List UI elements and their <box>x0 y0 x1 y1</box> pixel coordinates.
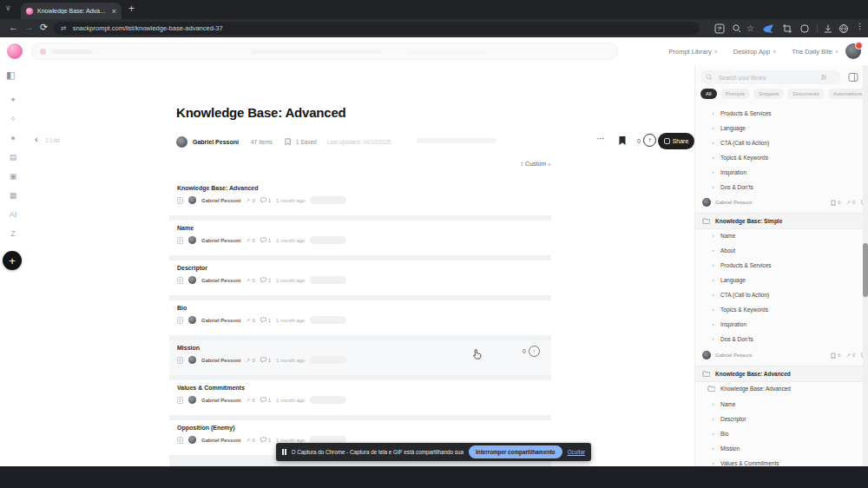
library-search[interactable] <box>700 70 841 84</box>
owner-avatar[interactable] <box>702 198 711 207</box>
profile-globe-icon[interactable] <box>838 23 849 34</box>
download-icon[interactable] <box>823 23 833 34</box>
prompt-type-icon <box>177 397 183 404</box>
share-button[interactable]: Share <box>658 133 694 149</box>
bookmark-icon[interactable] <box>618 135 627 146</box>
reload-icon[interactable]: ⟳ <box>40 22 48 33</box>
tag-chip <box>310 236 346 244</box>
sidebar-prompt-item[interactable]: ✦ Products & Services <box>695 258 863 273</box>
filter-chip[interactable]: Documents <box>787 89 824 99</box>
section-header-kb-advanced[interactable]: Knowledge Base: Advanced ∨ <box>695 366 863 382</box>
kb-advanced-folder[interactable]: Knowledge Base: Advanced ∨ <box>695 381 863 396</box>
vote-count: 0 <box>637 138 641 144</box>
app-nav-item[interactable]: Desktop App ∨ <box>733 48 777 56</box>
share-banner-text: O Captura do Chrome - Captura de tela e … <box>292 449 464 455</box>
folder-label: Knowledge Base: Advanced <box>720 386 863 392</box>
filter-chip[interactable]: All <box>700 89 717 99</box>
screen: ∨ Knowledge Base: Advanced | S × + ← → ⟳… <box>0 0 868 488</box>
chevron-down-icon: ∨ <box>714 49 718 54</box>
list-item[interactable]: Descriptor Gabriel Pessoni ↗0 1 1 month … <box>169 260 551 295</box>
bookmark-star-icon[interactable]: ☆ <box>746 23 757 34</box>
upvote-button[interactable]: ↑ <box>643 134 656 147</box>
upvote-circle-icon[interactable]: ↑ <box>529 346 540 357</box>
app-nav-item[interactable]: The Daily Bite ∨ <box>792 48 838 56</box>
author-name[interactable]: Gabriel Pessoni <box>193 139 239 145</box>
hover-vote-control[interactable]: 0 ↑ <box>523 346 540 357</box>
browser-tab[interactable]: Knowledge Base: Advanced | S × <box>21 3 122 19</box>
create-new-button[interactable]: + <box>3 251 22 270</box>
filter-sliders-icon[interactable] <box>820 74 827 81</box>
rail-icon[interactable]: ▤ <box>10 153 17 162</box>
sidebar-prompt-item[interactable]: ✦ Language <box>695 121 863 135</box>
screenshot-crop-icon[interactable] <box>782 23 792 34</box>
item-author-name: Gabriel Pessoni <box>201 238 240 243</box>
sidebar-prompt-item[interactable]: ✦ About <box>695 243 863 258</box>
rail-icon[interactable]: ▣ <box>10 172 17 181</box>
library-search-input[interactable] <box>717 74 816 82</box>
pause-icon[interactable] <box>282 449 286 455</box>
page-scrollbar[interactable] <box>863 65 868 466</box>
filter-chip[interactable]: Prompts <box>720 89 750 99</box>
section-header-kb-simple[interactable]: Knowledge Base: Simple ∨ <box>695 213 863 229</box>
sidebar-prompt-item[interactable]: ✦ CTA (Call to Action) <box>695 287 863 302</box>
extension-loop-icon[interactable] <box>799 23 810 34</box>
tab-search-icon[interactable]: ∨ <box>5 3 11 12</box>
sidebar-prompt-item[interactable]: ✦ Products & Services <box>695 106 863 121</box>
back-icon[interactable]: ← <box>9 22 18 32</box>
sidebar-prompt-item[interactable]: ✦ Name <box>695 228 863 243</box>
sidebar-prompt-item[interactable]: ✦ Descriptor <box>695 412 863 426</box>
sidebar-prompt-item[interactable]: ✦ Bio <box>695 426 863 441</box>
tab-close-icon[interactable]: × <box>112 7 116 16</box>
forward-icon[interactable]: → <box>24 22 34 32</box>
owner-avatar[interactable] <box>702 351 711 359</box>
sort-control[interactable]: ↕ Custom ∨ <box>482 161 551 167</box>
rail-icon[interactable]: ● <box>10 134 15 142</box>
sidebar-prompt-item[interactable]: ✦ Inspiration <box>695 165 863 180</box>
sidebar-prompt-item[interactable]: ✦ Values & Commitments <box>695 456 863 466</box>
list-item[interactable]: Knowledge Base: Advanced Gabriel Pessoni… <box>169 181 551 215</box>
list-item[interactable]: Mission Gabriel Pessoni ↗0 1 1 month ago <box>169 340 551 375</box>
sidebar-toggle-icon[interactable]: ◧ <box>6 69 15 81</box>
list-item[interactable]: Name Gabriel Pessoni ↗0 1 1 month ago <box>169 221 551 255</box>
sidebar-prompt-item[interactable]: ✦ Dos & Don'ts <box>695 332 863 346</box>
sidebar-prompt-item[interactable]: ✦ Language <box>695 273 863 287</box>
sidebar-prompt-item[interactable]: ✦ Topics & Keywords <box>695 302 863 317</box>
hover-vote-count: 0 <box>523 348 526 354</box>
rail-icon[interactable]: Z <box>10 229 16 238</box>
site-info-icon[interactable]: ⇄ <box>61 24 67 32</box>
snackprompt-logo[interactable] <box>7 43 23 59</box>
browser-menu-icon[interactable]: ⋮ <box>856 22 864 30</box>
stop-sharing-button[interactable]: Interromper compartilhamento <box>469 445 562 458</box>
extension-blue-icon[interactable] <box>763 24 773 33</box>
sidebar-prompt-item[interactable]: ✦ Topics & Keywords <box>695 150 863 165</box>
sidebar-prompt-item[interactable]: ✦ Inspiration <box>695 317 863 332</box>
hide-banner-link[interactable]: Ocultar <box>568 449 585 455</box>
back-chevron-icon[interactable]: ‹ <box>35 134 38 144</box>
sidebar-prompt-item[interactable]: ✦ CTA (Call to Action) <box>695 135 863 150</box>
more-options-icon[interactable]: ⋯ <box>596 134 606 143</box>
new-tab-button[interactable]: + <box>128 3 135 15</box>
list-item[interactable]: Bio Gabriel Pessoni ↗0 1 1 month ago <box>169 300 551 335</box>
filter-chip[interactable]: Snippets <box>753 89 784 99</box>
comment-icon <box>260 437 266 443</box>
rail-icon[interactable]: ✦ <box>10 96 16 104</box>
translate-icon[interactable] <box>714 23 725 34</box>
rail-icon[interactable]: AI <box>10 210 17 219</box>
sidebar-prompt-item[interactable]: ✦ Mission <box>695 441 863 456</box>
prompt-type-icon <box>177 317 183 324</box>
collapse-panel-icon[interactable] <box>848 72 858 82</box>
filter-chip[interactable]: Automations <box>828 89 863 99</box>
list-item[interactable]: Values & Commitments Gabriel Pessoni ↗0 … <box>169 380 551 415</box>
chevron-down-icon: ∨ <box>835 49 838 54</box>
zoom-icon[interactable] <box>732 23 742 34</box>
app-nav-item[interactable]: Prompt Library ∨ <box>669 48 718 56</box>
sidebar-prompt-item[interactable]: ✦ Dos & Don'ts <box>695 180 863 195</box>
author-avatar[interactable] <box>176 136 187 148</box>
rail-icon[interactable]: ▦ <box>10 191 17 200</box>
url-bar[interactable]: ⇄ snackprompt.com/list/knowledge-base-ad… <box>54 22 700 35</box>
prompt-bullet-icon: ✦ <box>711 416 715 422</box>
ghost-text <box>52 49 92 54</box>
sidebar-prompt-item[interactable]: ✦ Name <box>695 397 863 412</box>
rail-icon[interactable]: ✧ <box>10 115 16 123</box>
scrollbar-thumb[interactable] <box>863 243 868 297</box>
